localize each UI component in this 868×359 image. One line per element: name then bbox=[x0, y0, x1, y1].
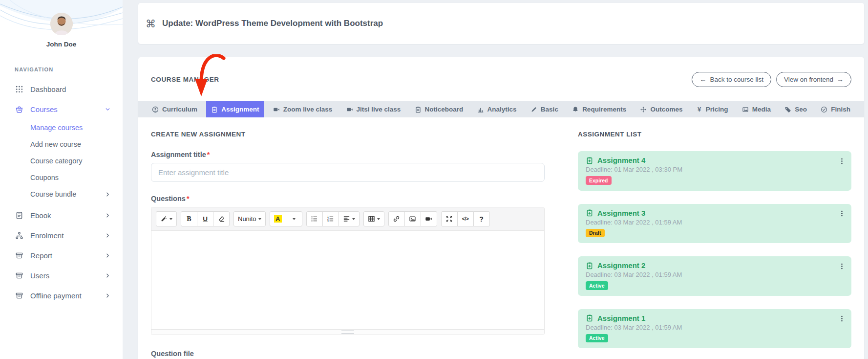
section-title-course-manager: COURSE MANAGER bbox=[151, 76, 219, 83]
pen-icon bbox=[530, 106, 537, 113]
sidebar-subitem-label: Add new course bbox=[30, 140, 81, 148]
chevron-right-icon bbox=[105, 252, 111, 259]
kebab-menu-button[interactable] bbox=[836, 208, 847, 219]
arrow-right-icon: → bbox=[837, 76, 844, 83]
assignment-card-title-row: Assignment 1 bbox=[586, 314, 844, 322]
clipboard-plus-icon bbox=[586, 262, 593, 269]
sidebar-subitem-label: Course bundle bbox=[30, 190, 76, 198]
tab-curriculum[interactable]: Curriculum bbox=[147, 101, 202, 117]
questions-editor: BUNunitoA123</>? bbox=[151, 207, 545, 335]
media-icon bbox=[742, 106, 749, 113]
editor-resize-handle[interactable] bbox=[341, 331, 354, 334]
editor-color-dropdown-button[interactable] bbox=[286, 211, 302, 226]
back-to-course-list-button[interactable]: ← Back to course list bbox=[692, 72, 771, 87]
tab-label: Finish bbox=[831, 106, 850, 113]
tab-seo[interactable]: Seo bbox=[780, 101, 812, 117]
editor-underline-button[interactable]: U bbox=[197, 211, 213, 226]
editor-button-group bbox=[388, 211, 437, 226]
course-manager-tabs: CurriculumAssignmentZoom live classJitsi… bbox=[138, 101, 864, 117]
tab-zoom-live-class[interactable]: Zoom live class bbox=[268, 101, 338, 117]
book-icon bbox=[15, 211, 23, 220]
editor-style-button[interactable] bbox=[156, 211, 177, 226]
sidebar-subitem-add-new-course[interactable]: Add new course bbox=[0, 136, 123, 153]
clipboard-plus-icon bbox=[586, 209, 593, 217]
assignment-name: Assignment 4 bbox=[597, 156, 645, 164]
assignment-title-input[interactable] bbox=[151, 163, 545, 182]
editor-unordered-list-button[interactable] bbox=[306, 211, 323, 226]
underline-icon: U bbox=[202, 215, 208, 223]
tab-jitsi-live-class[interactable]: Jitsi live class bbox=[341, 101, 406, 117]
editor-ordered-list-button[interactable]: 123 bbox=[322, 211, 339, 226]
editor-clear-format-button[interactable] bbox=[213, 211, 230, 226]
ul-icon bbox=[311, 215, 318, 223]
sidebar-subitem-coupons[interactable]: Coupons bbox=[0, 169, 123, 186]
sidebar-item-label: Report bbox=[30, 251, 52, 260]
sidebar-item-enrolment[interactable]: Enrolment bbox=[0, 225, 123, 246]
move-icon bbox=[640, 106, 647, 113]
sidebar-item-users[interactable]: Users bbox=[0, 266, 123, 286]
sidebar-subitem-course-category[interactable]: Course category bbox=[0, 153, 123, 169]
editor-paragraph-align-button[interactable] bbox=[339, 211, 360, 226]
color-icon: A bbox=[274, 215, 282, 223]
status-badge: Draft bbox=[586, 229, 605, 238]
assignment-card-title-row: Assignment 4 bbox=[586, 156, 844, 164]
sidebar-item-ebook[interactable]: Ebook bbox=[0, 205, 123, 225]
tab-media[interactable]: Media bbox=[737, 101, 776, 117]
view-button-label: View on frontend bbox=[784, 76, 833, 83]
sidebar-item-report[interactable]: Report bbox=[0, 246, 123, 266]
tab-basic[interactable]: Basic bbox=[526, 101, 563, 117]
assignment-list-panel: ASSIGNMENT LIST Assignment 4Deadline: 01… bbox=[578, 131, 851, 359]
chevron-right-icon bbox=[105, 232, 111, 239]
editor-resize-bar[interactable] bbox=[151, 329, 544, 335]
editor-code-view-button[interactable]: </> bbox=[457, 211, 474, 226]
sidebar-item-label: Enrolment bbox=[30, 231, 64, 240]
editor-font-family-button[interactable]: Nunito bbox=[233, 211, 266, 226]
kebab-menu-button[interactable] bbox=[836, 156, 847, 166]
editor-insert-link-button[interactable] bbox=[388, 211, 405, 226]
arrow-left-icon: ← bbox=[699, 76, 706, 83]
tab-pricing[interactable]: ¥Pricing bbox=[692, 101, 733, 117]
editor-content-area[interactable] bbox=[151, 231, 544, 329]
view-on-frontend-button[interactable]: View on frontend → bbox=[776, 72, 851, 87]
tab-analytics[interactable]: Analytics bbox=[472, 101, 522, 117]
tab-finish[interactable]: Finish bbox=[816, 101, 855, 117]
sidebar-subitem-manage-courses[interactable]: Manage courses bbox=[0, 119, 123, 136]
required-asterisk: * bbox=[187, 195, 190, 202]
svg-text:3: 3 bbox=[327, 220, 329, 223]
sidebar-item-label: Courses bbox=[30, 105, 58, 113]
kebab-menu-button[interactable] bbox=[836, 314, 847, 324]
editor-insert-picture-button[interactable] bbox=[404, 211, 421, 226]
assignment-card: Assignment 1Deadline: 03 Mar 2022 , 01:5… bbox=[578, 309, 851, 349]
sidebar-subitem-course-bundle[interactable]: Course bundle bbox=[0, 186, 123, 202]
main-area: ⌘ Update: WordPress Theme Development wi… bbox=[123, 0, 868, 359]
assignment-deadline: Deadline: 03 Mar 2022 , 01:59 AM bbox=[586, 271, 844, 278]
tab-label: Basic bbox=[541, 106, 558, 113]
caret-down-icon bbox=[377, 218, 380, 220]
sidebar-item-offline-payment[interactable]: Offline payment bbox=[0, 286, 123, 306]
sidebar-item-label: Dashboard bbox=[30, 85, 66, 93]
tab-outcomes[interactable]: Outcomes bbox=[635, 101, 687, 117]
sidebar-submenu: Manage coursesAdd new courseCourse categ… bbox=[0, 119, 123, 205]
tab-requirements[interactable]: Requirements bbox=[567, 101, 631, 117]
editor-table-button[interactable] bbox=[363, 211, 384, 226]
editor-fullscreen-button[interactable] bbox=[441, 211, 458, 226]
sidebar: John Doe NAVIGATION DashboardCoursesMana… bbox=[0, 0, 123, 359]
clipboard-icon bbox=[415, 106, 422, 113]
ol-icon: 123 bbox=[327, 215, 334, 223]
navigation-section-label: NAVIGATION bbox=[15, 67, 123, 72]
sidebar-item-dashboard[interactable]: Dashboard bbox=[0, 79, 123, 99]
tab-assignment[interactable]: Assignment bbox=[206, 101, 264, 117]
editor-button-group: A bbox=[270, 211, 302, 226]
editor-bold-button[interactable]: B bbox=[181, 211, 197, 226]
assignment-card: Assignment 4Deadline: 01 Mar 2022 , 03:3… bbox=[578, 151, 851, 191]
kebab-menu-button[interactable] bbox=[836, 261, 847, 271]
assignment-deadline: Deadline: 03 Mar 2022 , 01:59 AM bbox=[586, 324, 844, 331]
editor-help-button[interactable]: ? bbox=[473, 211, 490, 226]
sidebar-item-courses[interactable]: Courses bbox=[0, 99, 123, 119]
editor-text-color-button[interactable]: A bbox=[270, 211, 286, 226]
sidebar-subitem-label: Course category bbox=[30, 157, 82, 165]
tab-noticeboard[interactable]: Noticeboard bbox=[410, 101, 468, 117]
editor-insert-video-button[interactable] bbox=[421, 211, 437, 226]
tab-label: Seo bbox=[795, 106, 807, 113]
questions-label: Questions* bbox=[151, 195, 545, 202]
